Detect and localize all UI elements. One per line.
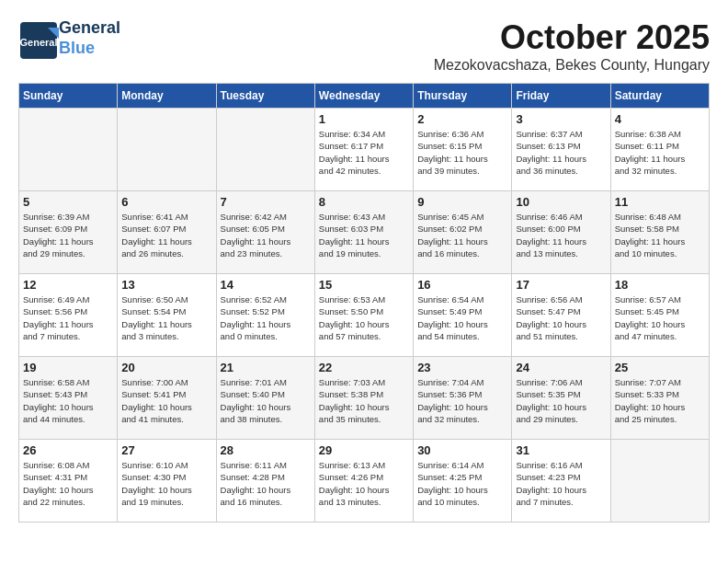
calendar-cell: 12Sunrise: 6:49 AM Sunset: 5:56 PM Dayli… xyxy=(19,274,118,357)
day-number: 23 xyxy=(417,361,507,374)
day-number: 17 xyxy=(516,278,606,292)
day-number: 8 xyxy=(319,195,409,209)
day-info: Sunrise: 6:10 AM Sunset: 4:30 PM Dayligh… xyxy=(121,459,211,508)
day-info: Sunrise: 6:57 AM Sunset: 5:45 PM Dayligh… xyxy=(615,293,705,342)
day-number: 18 xyxy=(615,278,705,292)
day-header-tuesday: Tuesday xyxy=(216,84,314,109)
title-block: October 2025 Mezokovacshaza, Bekes Count… xyxy=(434,18,710,74)
calendar-cell: 19Sunrise: 6:58 AM Sunset: 5:43 PM Dayli… xyxy=(19,357,118,440)
svg-text:General: General xyxy=(20,37,58,48)
day-info: Sunrise: 6:13 AM Sunset: 4:26 PM Dayligh… xyxy=(319,459,409,508)
calendar-table: SundayMondayTuesdayWednesdayThursdayFrid… xyxy=(18,83,710,523)
day-header-monday: Monday xyxy=(118,84,216,109)
day-info: Sunrise: 6:36 AM Sunset: 6:15 PM Dayligh… xyxy=(417,128,507,177)
calendar-cell: 4Sunrise: 6:38 AM Sunset: 6:11 PM Daylig… xyxy=(610,109,709,191)
day-number: 15 xyxy=(319,278,409,292)
calendar-header-row: SundayMondayTuesdayWednesdayThursdayFrid… xyxy=(19,84,710,109)
calendar-cell: 14Sunrise: 6:52 AM Sunset: 5:52 PM Dayli… xyxy=(216,274,314,357)
location-title: Mezokovacshaza, Bekes County, Hungary xyxy=(434,57,710,74)
day-info: Sunrise: 6:52 AM Sunset: 5:52 PM Dayligh… xyxy=(221,293,311,342)
day-number: 19 xyxy=(23,361,113,374)
day-number: 31 xyxy=(516,443,606,457)
calendar-cell: 5Sunrise: 6:39 AM Sunset: 6:09 PM Daylig… xyxy=(19,191,118,274)
calendar-cell xyxy=(118,109,216,191)
calendar-cell: 2Sunrise: 6:36 AM Sunset: 6:15 PM Daylig… xyxy=(414,109,512,191)
day-info: Sunrise: 6:16 AM Sunset: 4:23 PM Dayligh… xyxy=(516,459,606,508)
calendar-cell: 21Sunrise: 7:01 AM Sunset: 5:40 PM Dayli… xyxy=(216,357,314,440)
day-number: 16 xyxy=(417,278,507,292)
day-info: Sunrise: 6:37 AM Sunset: 6:13 PM Dayligh… xyxy=(516,128,606,177)
day-number: 25 xyxy=(615,361,705,374)
calendar-cell: 29Sunrise: 6:13 AM Sunset: 4:26 PM Dayli… xyxy=(314,440,413,523)
day-number: 9 xyxy=(417,195,507,209)
calendar-week-row: 26Sunrise: 6:08 AM Sunset: 4:31 PM Dayli… xyxy=(19,440,710,523)
calendar-cell: 23Sunrise: 7:04 AM Sunset: 5:36 PM Dayli… xyxy=(414,357,512,440)
day-header-friday: Friday xyxy=(512,84,610,109)
logo: General General Blue xyxy=(18,18,120,58)
calendar-week-row: 5Sunrise: 6:39 AM Sunset: 6:09 PM Daylig… xyxy=(19,191,710,274)
day-info: Sunrise: 6:38 AM Sunset: 6:11 PM Dayligh… xyxy=(615,128,705,177)
day-info: Sunrise: 6:14 AM Sunset: 4:25 PM Dayligh… xyxy=(417,459,507,508)
day-number: 22 xyxy=(319,361,409,374)
day-number: 26 xyxy=(23,443,113,457)
day-number: 7 xyxy=(221,195,311,209)
calendar-cell: 10Sunrise: 6:46 AM Sunset: 6:00 PM Dayli… xyxy=(512,191,610,274)
month-title: October 2025 xyxy=(434,18,710,57)
calendar-cell xyxy=(19,109,118,191)
calendar-cell: 8Sunrise: 6:43 AM Sunset: 6:03 PM Daylig… xyxy=(314,191,413,274)
calendar-cell: 22Sunrise: 7:03 AM Sunset: 5:38 PM Dayli… xyxy=(314,357,413,440)
day-header-thursday: Thursday xyxy=(414,84,512,109)
calendar-cell: 9Sunrise: 6:45 AM Sunset: 6:02 PM Daylig… xyxy=(414,191,512,274)
calendar-cell: 25Sunrise: 7:07 AM Sunset: 5:33 PM Dayli… xyxy=(610,357,709,440)
day-info: Sunrise: 7:03 AM Sunset: 5:38 PM Dayligh… xyxy=(319,376,409,425)
calendar-week-row: 1Sunrise: 6:34 AM Sunset: 6:17 PM Daylig… xyxy=(19,109,710,191)
day-number: 30 xyxy=(417,443,507,457)
calendar-cell: 11Sunrise: 6:48 AM Sunset: 5:58 PM Dayli… xyxy=(610,191,709,274)
day-info: Sunrise: 6:48 AM Sunset: 5:58 PM Dayligh… xyxy=(615,211,705,259)
calendar-cell: 13Sunrise: 6:50 AM Sunset: 5:54 PM Dayli… xyxy=(118,274,216,357)
day-info: Sunrise: 6:46 AM Sunset: 6:00 PM Dayligh… xyxy=(516,211,606,259)
day-info: Sunrise: 6:42 AM Sunset: 6:05 PM Dayligh… xyxy=(221,211,311,259)
day-info: Sunrise: 6:39 AM Sunset: 6:09 PM Dayligh… xyxy=(23,211,113,259)
calendar-cell xyxy=(610,440,709,523)
day-info: Sunrise: 6:49 AM Sunset: 5:56 PM Dayligh… xyxy=(23,293,113,342)
day-number: 27 xyxy=(121,443,211,457)
day-info: Sunrise: 6:34 AM Sunset: 6:17 PM Dayligh… xyxy=(319,128,409,177)
calendar-cell: 16Sunrise: 6:54 AM Sunset: 5:49 PM Dayli… xyxy=(414,274,512,357)
page-header: General General Blue October 2025 Mezoko… xyxy=(18,18,710,74)
calendar-cell: 17Sunrise: 6:56 AM Sunset: 5:47 PM Dayli… xyxy=(512,274,610,357)
day-number: 4 xyxy=(615,112,705,126)
day-info: Sunrise: 6:58 AM Sunset: 5:43 PM Dayligh… xyxy=(23,376,113,425)
day-info: Sunrise: 6:11 AM Sunset: 4:28 PM Dayligh… xyxy=(221,459,311,508)
calendar-cell: 1Sunrise: 6:34 AM Sunset: 6:17 PM Daylig… xyxy=(314,109,413,191)
day-number: 10 xyxy=(516,195,606,209)
calendar-cell: 30Sunrise: 6:14 AM Sunset: 4:25 PM Dayli… xyxy=(414,440,512,523)
day-header-wednesday: Wednesday xyxy=(314,84,413,109)
calendar-week-row: 19Sunrise: 6:58 AM Sunset: 5:43 PM Dayli… xyxy=(19,357,710,440)
day-number: 2 xyxy=(417,112,507,126)
calendar-cell: 24Sunrise: 7:06 AM Sunset: 5:35 PM Dayli… xyxy=(512,357,610,440)
day-info: Sunrise: 6:08 AM Sunset: 4:31 PM Dayligh… xyxy=(23,459,113,508)
day-info: Sunrise: 6:50 AM Sunset: 5:54 PM Dayligh… xyxy=(121,293,211,342)
day-number: 3 xyxy=(516,112,606,126)
calendar-cell: 20Sunrise: 7:00 AM Sunset: 5:41 PM Dayli… xyxy=(118,357,216,440)
day-number: 14 xyxy=(221,278,311,292)
calendar-cell: 28Sunrise: 6:11 AM Sunset: 4:28 PM Dayli… xyxy=(216,440,314,523)
logo-icon: General xyxy=(18,20,55,57)
day-info: Sunrise: 6:43 AM Sunset: 6:03 PM Dayligh… xyxy=(319,211,409,259)
logo-text: General Blue xyxy=(59,18,120,58)
calendar-week-row: 12Sunrise: 6:49 AM Sunset: 5:56 PM Dayli… xyxy=(19,274,710,357)
day-number: 13 xyxy=(121,278,211,292)
calendar-cell: 6Sunrise: 6:41 AM Sunset: 6:07 PM Daylig… xyxy=(118,191,216,274)
calendar-cell: 31Sunrise: 6:16 AM Sunset: 4:23 PM Dayli… xyxy=(512,440,610,523)
calendar-cell: 18Sunrise: 6:57 AM Sunset: 5:45 PM Dayli… xyxy=(610,274,709,357)
day-number: 29 xyxy=(319,443,409,457)
calendar-cell: 7Sunrise: 6:42 AM Sunset: 6:05 PM Daylig… xyxy=(216,191,314,274)
day-info: Sunrise: 7:07 AM Sunset: 5:33 PM Dayligh… xyxy=(615,376,705,425)
day-info: Sunrise: 6:54 AM Sunset: 5:49 PM Dayligh… xyxy=(417,293,507,342)
calendar-cell: 15Sunrise: 6:53 AM Sunset: 5:50 PM Dayli… xyxy=(314,274,413,357)
day-header-sunday: Sunday xyxy=(19,84,118,109)
day-info: Sunrise: 7:01 AM Sunset: 5:40 PM Dayligh… xyxy=(221,376,311,425)
day-number: 1 xyxy=(319,112,409,126)
day-number: 24 xyxy=(516,361,606,374)
